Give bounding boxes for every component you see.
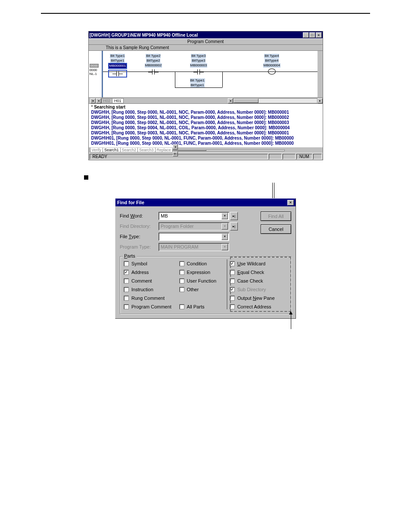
status-ready: READY [90,154,268,159]
scroll-left-icon[interactable]: ◂ [228,98,233,103]
statusbar: READY NUM [89,153,323,160]
ladder-hscroll[interactable]: ◂ ▸ [228,98,323,103]
status-pane [313,154,322,159]
tab-verify[interactable]: Verify [90,148,103,152]
find-directory-input: Program Folder ▾ [159,222,229,230]
cancel-button[interactable]: Cancel [261,224,291,234]
ladder-area[interactable]: 0000 0000 NL-1 Bit Type1 BitType1 MB0000… [89,51,323,97]
scroll-thumb[interactable] [234,99,258,103]
tab-h01[interactable]: H01 [112,98,124,103]
find-word-input[interactable]: MB ▾ [159,212,229,220]
chevron-down-icon[interactable]: ▾ [221,233,228,240]
maximize-icon[interactable]: □ [309,32,315,38]
arrow-up-icon [289,311,293,314]
file-type-label: File Type: [120,234,159,239]
rung-comment-checkbox[interactable] [124,296,129,301]
scroll-thumb[interactable] [173,150,206,151]
address-checkbox[interactable] [124,270,129,275]
contact-2[interactable]: Bit Type2 BitType2 MB000002 [145,53,162,75]
output-new-pane-checkbox[interactable] [230,296,235,301]
browse-button[interactable]: ▸| [230,222,238,230]
program-comment-checkbox[interactable] [124,304,129,309]
chevron-down-icon: ▾ [221,223,228,230]
output-line[interactable]: DWGH\H, [Rung 0000, Step 0001, NL-0001, … [91,115,320,120]
output-line[interactable]: DWGH\H, [Rung 0000, Step 0002, NL-0001, … [91,120,320,125]
ladder-bottom-tabs: |◂ ◂ H02 H01 ◂ ▸ [89,97,323,103]
tab-search3[interactable]: Search3 [137,148,156,152]
dialog-title: Find for File [117,200,144,205]
contact-symbol-icon [193,69,204,75]
contact-1[interactable]: Bit Type1 BitType1 MB000001 [108,53,128,78]
tab-nav-first-icon[interactable]: |◂ [90,98,96,103]
use-wildcard-checkbox[interactable] [230,261,235,266]
client-area: Program Comment This is a Sample Rung Co… [89,38,323,103]
equal-check-checkbox[interactable] [230,270,235,275]
tab-h02[interactable]: H02 [101,98,113,103]
symbol-checkbox[interactable] [124,261,129,266]
callout-line [291,314,291,329]
scroll-left-icon[interactable]: ◂ [173,144,178,149]
find-for-file-dialog: Find for File × Find All Cancel Find Wor… [115,198,296,319]
instruction-checkbox[interactable] [124,287,129,292]
status-pane [269,154,282,159]
contact-branch[interactable]: Bit Type1 BitType1 [190,78,205,87]
app-window: [DWGH\H] GROUP1\NEW MP940 MP940 Offline … [88,31,323,160]
all-parts-checkbox[interactable] [179,304,184,309]
output-line[interactable]: DWGH\H, [Rung 0000, Step 0004, NL-0001, … [91,125,320,131]
dialog-titlebar: Find for File × [115,199,296,206]
left-rail [102,51,103,97]
contact-symbol-icon [148,69,159,75]
rung-wire [103,72,319,72]
ladder-vscroll[interactable] [318,51,323,97]
section-rule [41,13,370,14]
comment-checkbox[interactable] [124,278,129,283]
program-comment-strip: Program Comment [89,38,323,45]
sub-directory-checkbox [230,287,235,292]
coil-4[interactable]: Bit Type4 BitType4 MB000004 [263,53,281,75]
branch-vwire-right [222,72,223,87]
output-lines[interactable]: * Searching start DWGH\H, [Rung 0000, St… [89,104,323,147]
find-all-button[interactable]: Find All [261,212,291,221]
output-header: Searching start [94,105,125,109]
close-icon[interactable]: × [316,32,322,38]
tab-replace[interactable]: Replace [155,148,173,152]
output-panel: * Searching start DWGH\H, [Rung 0000, St… [89,103,323,153]
expression-checkbox[interactable] [179,270,184,275]
output-tabs: Verify Search1 Search2 Search3 Replace ◂… [89,147,323,153]
bullet-icon [84,175,88,180]
chevron-down-icon[interactable]: ▾ [221,213,228,219]
close-icon[interactable]: × [287,200,294,205]
user-function-checkbox[interactable] [179,278,184,283]
condition-checkbox[interactable] [179,261,184,266]
app-titlebar: [DWGH\H] GROUP1\NEW MP940 MP940 Offline … [89,31,323,38]
app-title: [DWGH\H] GROUP1\NEW MP940 MP940 Offline … [90,33,198,37]
find-word-label: Find Word: [120,213,159,218]
other-checkbox[interactable] [179,287,184,292]
contact-symbol-icon [112,71,123,76]
status-num: NUM [296,154,312,159]
dialog-wrap: Find for File × Find All Cancel Find Wor… [41,198,370,319]
output-line[interactable]: DWGH\H, [Rung 0000, Step 0003, NL-0001, … [91,131,320,136]
browse-button[interactable]: ▸| [230,212,238,220]
file-type-input[interactable]: ▾ [159,233,229,241]
status-pane [283,154,296,159]
parts-groupbox: Parts Symbol Address Comment Instruction… [120,256,291,314]
output-line[interactable]: DWGH\H, [Rung 0000, Step 0000, NL-0001, … [91,110,320,115]
coil-symbol-icon [268,68,276,75]
rung-badge: 0000 [90,64,99,68]
case-check-checkbox[interactable] [230,278,235,283]
branch-hwire [175,87,222,88]
output-line[interactable]: DWGH\H01, [Rung 0000, Step 0000, NL-0001… [91,136,320,141]
tab-search2[interactable]: Search2 [120,148,138,152]
dialog-buttons: Find All Cancel [261,212,291,234]
correct-address-checkbox[interactable] [230,304,235,309]
program-type-input: MAIN PROGRAM ▾ [159,243,229,251]
find-directory-label: Find Directory: [120,224,159,229]
program-type-label: Program Type: [120,244,159,249]
tab-search1[interactable]: Search1 [103,148,121,152]
parts-label: Parts [123,253,137,258]
scroll-right-icon[interactable]: ▸ [318,98,323,103]
tab-nav-prev-icon[interactable]: ◂ [96,98,101,103]
contact-3[interactable]: Bit Type3 BitType3 MB000003 [190,53,208,75]
minimize-icon[interactable]: _ [303,32,309,38]
